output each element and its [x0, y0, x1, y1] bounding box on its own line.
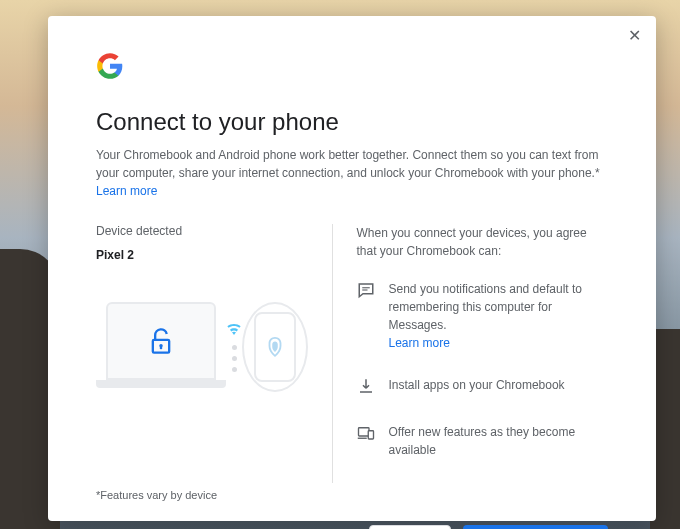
feature-messages: Send you notifications and default to re… [357, 280, 608, 352]
messages-learn-more-link[interactable]: Learn more [389, 336, 450, 350]
close-icon: ✕ [628, 27, 641, 44]
fingerprint-icon [264, 336, 286, 358]
page-description: Your Chromebook and Android phone work b… [96, 146, 608, 200]
download-icon [357, 377, 375, 399]
svg-rect-5 [358, 428, 369, 436]
footer-actions: Cancel Accept & continue [96, 525, 608, 529]
phone-circle [242, 302, 308, 392]
cancel-button[interactable]: Cancel [369, 525, 451, 529]
agreement-panel: When you connect your devices, you agree… [332, 224, 608, 483]
page-title: Connect to your phone [96, 108, 608, 136]
feature-newfeatures: Offer new features as they become availa… [357, 423, 608, 459]
unlock-icon [147, 325, 175, 357]
phone-icon [254, 312, 296, 382]
connect-phone-modal: ✕ Connect to your phone Your Chromebook … [48, 16, 656, 521]
close-button[interactable]: ✕ [624, 26, 644, 46]
feature-text: Offer new features as they become availa… [389, 423, 608, 459]
device-name: Pixel 2 [96, 248, 308, 262]
google-logo [96, 52, 608, 84]
feature-text: Send you notifications and default to re… [389, 282, 582, 332]
connect-illustration [96, 282, 308, 412]
footnote: *Features vary by device [96, 489, 608, 501]
accept-button[interactable]: Accept & continue [463, 525, 608, 529]
connection-dots [226, 323, 242, 372]
feature-text: Install apps on your Chromebook [389, 376, 565, 394]
learn-more-link[interactable]: Learn more [96, 184, 157, 198]
message-icon [357, 281, 375, 303]
feature-install: Install apps on your Chromebook [357, 376, 608, 399]
devices-icon [357, 424, 375, 446]
device-panel: Device detected Pixel 2 [96, 224, 332, 483]
laptop-icon [96, 302, 226, 392]
agreement-intro: When you connect your devices, you agree… [357, 224, 608, 260]
svg-rect-6 [368, 431, 373, 439]
device-detected-label: Device detected [96, 224, 308, 238]
wifi-icon [226, 323, 242, 335]
